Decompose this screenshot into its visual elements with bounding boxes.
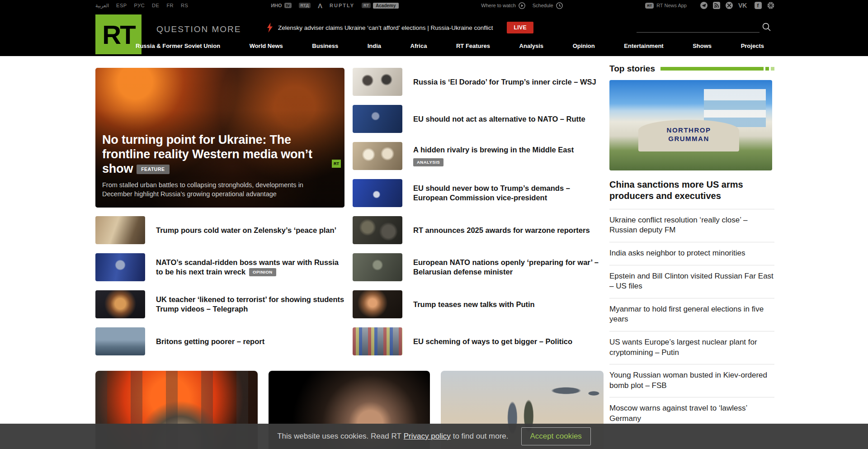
article-title[interactable]: European NATO nations openly ‘preparing … — [413, 258, 601, 277]
play-circle-icon — [519, 2, 525, 9]
article-title[interactable]: Trump teases new talks with Putin — [413, 300, 535, 309]
ruptly-label: RUPTLY — [330, 3, 354, 8]
lang-de[interactable]: DE — [152, 3, 159, 8]
nav-shows[interactable]: Shows — [693, 43, 712, 49]
nav-business[interactable]: Business — [312, 43, 338, 49]
rtd-link[interactable]: RTД — [299, 3, 311, 8]
article-title[interactable]: EU should not act as alternative to NATO… — [413, 114, 585, 124]
top-stories-heading: Top stories — [609, 64, 655, 74]
list-item[interactable]: EU should never bow to Trump’s demands –… — [353, 179, 601, 207]
list-item[interactable]: A hidden rivalry is brewing in the Middl… — [353, 142, 601, 170]
list-item[interactable]: European NATO nations openly ‘preparing … — [353, 253, 601, 281]
warzone-reporters-thumbnail[interactable] — [353, 216, 402, 244]
nav-africa[interactable]: Africa — [410, 43, 427, 49]
lang-rs[interactable]: RS — [181, 3, 188, 8]
article-title[interactable]: EU scheming of ways to get bigger – Poli… — [413, 337, 572, 346]
list-item[interactable]: RT announces 2025 awards for warzone rep… — [353, 216, 601, 244]
rt-logo[interactable]: RT — [95, 14, 142, 54]
middle-east-leaders-thumbnail[interactable] — [353, 142, 402, 170]
list-item[interactable]: UK teacher ‘likened to terrorist’ for sh… — [95, 290, 344, 318]
nav-india[interactable]: India — [368, 43, 381, 49]
nav-entertainment[interactable]: Entertainment — [624, 43, 663, 49]
x-twitter-icon[interactable] — [726, 2, 733, 9]
article-title[interactable]: RT announces 2025 awards for warzone rep… — [413, 226, 590, 235]
progress-dot[interactable] — [765, 67, 769, 71]
nav-opinion[interactable]: Opinion — [573, 43, 595, 49]
article-title-text: A hidden rivalry is brewing in the Middl… — [413, 146, 574, 154]
search-icon[interactable] — [761, 22, 772, 33]
top-stories-lead-title[interactable]: China sanctions more US arms producers a… — [609, 179, 774, 202]
rt-news-app-link[interactable]: RT RT News App — [645, 3, 687, 9]
list-item[interactable]: EU should not act as alternative to NATO… — [353, 105, 601, 133]
clock-icon — [556, 2, 563, 9]
top-story-item[interactable]: India asks neighbor to protect minoritie… — [609, 242, 774, 265]
list-item[interactable]: Trump teases new talks with Putin — [353, 290, 601, 318]
zelensky-trump-thumbnail[interactable] — [95, 216, 145, 244]
where-to-watch-link[interactable]: Where to watch — [481, 2, 525, 9]
nav-russia-fsu[interactable]: Russia & Former Soviet Union — [136, 43, 220, 49]
privacy-policy-link[interactable]: Privacy policy — [404, 432, 451, 441]
trump-phone-thumbnail[interactable] — [353, 290, 402, 318]
top-story-item[interactable]: Young Russian woman busted in Kiev-order… — [609, 364, 774, 397]
article-title[interactable]: Russia is ‘El Dorado’ for Trump’s inner … — [413, 77, 596, 87]
lang-esp[interactable]: ESP — [116, 3, 127, 8]
telegram-icon[interactable] — [700, 2, 708, 9]
article-title[interactable]: Britons getting poorer – report — [156, 337, 264, 346]
top-stories-list: Ukraine conflict resolution ‘really clos… — [609, 209, 774, 430]
brand-links: ИНОtv RTД Ʌ RUPTLY RTAcademy — [271, 2, 398, 9]
lang-fr[interactable]: FR — [166, 3, 174, 8]
schedule-label: Schedule — [533, 3, 553, 8]
ruptly-logo-link[interactable]: Ʌ — [318, 2, 322, 9]
rutte-flags-thumbnail[interactable] — [95, 253, 145, 281]
inotv-link[interactable]: ИНОtv — [271, 3, 291, 8]
top-stories-header: Top stories — [609, 64, 774, 74]
nav-world-news[interactable]: World News — [250, 43, 283, 49]
top-story-item[interactable]: Epstein and Bill Clinton visited Russian… — [609, 265, 774, 298]
lang-rus[interactable]: РУС — [134, 3, 145, 8]
f-app-icon[interactable]: f — [755, 2, 762, 9]
search-input[interactable] — [637, 21, 760, 33]
eu-flags-building-thumbnail[interactable] — [353, 327, 402, 355]
trump-inner-circle-thumbnail[interactable] — [353, 68, 402, 96]
article-title[interactable]: EU should never bow to Trump’s demands –… — [413, 184, 601, 203]
hero-article[interactable]: RT No turning point for Ukraine: The fro… — [95, 68, 344, 208]
lang-arabic[interactable]: العربية — [95, 3, 109, 9]
nav-rt-features[interactable]: RT Features — [456, 43, 490, 49]
rt-academy-link[interactable]: RTAcademy — [362, 3, 398, 9]
svg-text:f: f — [757, 3, 759, 8]
rt-news-app-label: RT News App — [656, 3, 687, 8]
nav-projects[interactable]: Projects — [741, 43, 764, 49]
odysee-globe-icon[interactable] — [767, 2, 774, 9]
hero-title[interactable]: No turning point for Ukraine: The frontl… — [102, 133, 337, 176]
list-item[interactable]: Russia is ‘El Dorado’ for Trump’s inner … — [353, 68, 601, 96]
top-story-item[interactable]: Myanmar to hold first general elections … — [609, 298, 774, 331]
belarus-minister-thumbnail[interactable] — [353, 253, 402, 281]
list-item[interactable]: Britons getting poorer – report — [95, 327, 344, 355]
accept-cookies-button[interactable]: Accept cookies — [521, 427, 591, 445]
list-item[interactable]: NATO’s scandal-ridden boss wants war wit… — [95, 253, 344, 281]
list-item[interactable]: EU scheming of ways to get bigger – Poli… — [353, 327, 601, 355]
top-story-item[interactable]: US wants Europe’s largest nuclear plant … — [609, 331, 774, 364]
live-button[interactable]: LIVE — [507, 22, 533, 33]
article-title[interactable]: NATO’s scandal-ridden boss wants war wit… — [156, 258, 344, 277]
svg-text:VK: VK — [738, 2, 747, 9]
list-item[interactable]: Trump pours cold water on Zelensky’s ‘pe… — [95, 216, 344, 244]
rutte-podium-thumbnail[interactable] — [353, 105, 402, 133]
nav-analysis[interactable]: Analysis — [519, 43, 543, 49]
top-story-item[interactable]: Ukraine conflict resolution ‘really clos… — [609, 209, 774, 242]
article-title[interactable]: Trump pours cold water on Zelensky’s ‘pe… — [156, 226, 336, 235]
breaking-headline[interactable]: Zelensky adviser claims Ukraine ‘can’t a… — [278, 24, 493, 31]
rss-icon[interactable] — [713, 2, 720, 9]
northrop-grumman-image[interactable]: NORTHROP GRUMMAN — [609, 80, 772, 170]
london-skyline-thumbnail[interactable] — [95, 327, 145, 355]
opinion-badge: OPINION — [249, 268, 276, 276]
article-title[interactable]: UK teacher ‘likened to terrorist’ for sh… — [156, 295, 344, 314]
ruptly-link[interactable]: RUPTLY — [330, 3, 354, 8]
where-to-watch-label: Where to watch — [481, 3, 515, 8]
progress-dot[interactable] — [771, 67, 774, 71]
eu-commission-thumbnail[interactable] — [353, 179, 402, 207]
vk-icon[interactable]: VK — [738, 2, 749, 9]
trump-video-screen-thumbnail[interactable] — [95, 290, 145, 318]
article-title[interactable]: A hidden rivalry is brewing in the Middl… — [413, 145, 574, 167]
schedule-link[interactable]: Schedule — [533, 2, 563, 9]
